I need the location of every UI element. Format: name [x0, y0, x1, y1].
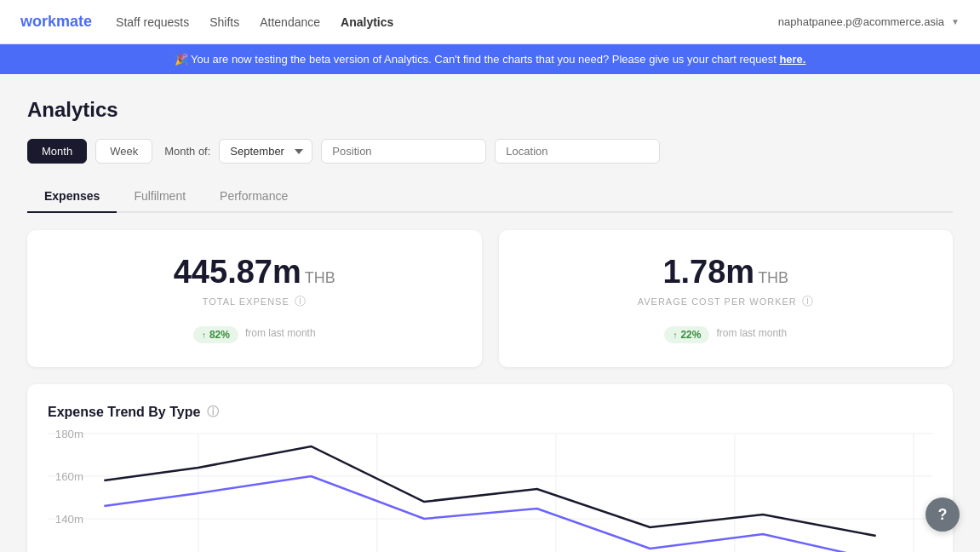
total-expense-value: 445.87mTHB [54, 254, 455, 290]
logo-text: workmate [20, 13, 92, 30]
avg-cost-label: AVERAGE COST PER WORKER ⓘ [526, 294, 926, 309]
y-label-160m: 160m [55, 472, 83, 483]
chart-title: Expense Trend By Type ⓘ [48, 405, 932, 420]
filter-bar: Month Week Month of: September [27, 139, 953, 164]
page-title: Analytics [27, 98, 953, 122]
chart-info-icon[interactable]: ⓘ [207, 405, 219, 420]
chart-line-black [104, 446, 875, 536]
nav-link-attendance[interactable]: Attendance [260, 12, 320, 32]
help-button[interactable]: ? [926, 497, 960, 532]
logo: workmate [20, 13, 92, 31]
chart-area: 180m 160m 140m 120m [48, 434, 932, 552]
y-label-140m: 140m [55, 515, 83, 526]
total-expense-info-icon[interactable]: ⓘ [295, 294, 307, 309]
tab-expenses[interactable]: Expenses [27, 181, 117, 213]
tab-performance[interactable]: Performance [203, 181, 305, 213]
total-expense-label: TOTAL EXPENSE ⓘ [54, 294, 455, 309]
avg-cost-value: 1.78mTHB [526, 254, 926, 290]
expense-trend-chart-card: Expense Trend By Type ⓘ 1 [27, 384, 953, 552]
period-month-button[interactable]: Month [27, 139, 87, 164]
period-week-button[interactable]: Week [95, 139, 152, 164]
avg-cost-from: from last month [716, 327, 787, 339]
location-filter[interactable] [495, 139, 660, 164]
total-expense-change: ↑ 82% [193, 326, 238, 343]
up-arrow-icon: ↑ [202, 331, 206, 340]
tab-fulfilment[interactable]: Fulfilment [117, 181, 203, 213]
expense-trend-svg: 180m 160m 140m 120m [48, 434, 932, 552]
nav-user-email: naphatpanee.p@acommerce.asia [778, 15, 944, 28]
analytics-tabs: Expenses Fulfilment Performance [27, 181, 953, 213]
stat-card-avg-cost: 1.78mTHB AVERAGE COST PER WORKER ⓘ ↑ 22%… [499, 230, 954, 367]
up-arrow-icon-2: ↑ [673, 331, 677, 340]
nav-links: Staff requests Shifts Attendance Analyti… [116, 12, 393, 32]
banner-text: You are now testing the beta version of … [191, 53, 777, 66]
stat-card-total-expense: 445.87mTHB TOTAL EXPENSE ⓘ ↑ 82% from la… [27, 230, 482, 367]
avg-cost-info-icon[interactable]: ⓘ [802, 294, 814, 309]
position-filter[interactable] [321, 139, 486, 164]
beta-banner: 🎉 You are now testing the beta version o… [0, 44, 980, 74]
month-of-label: Month of: [164, 145, 210, 158]
banner-link[interactable]: here. [779, 53, 805, 66]
stat-cards: 445.87mTHB TOTAL EXPENSE ⓘ ↑ 82% from la… [27, 230, 953, 367]
avg-cost-change: ↑ 22% [664, 326, 709, 343]
main-content: Analytics Month Week Month of: September… [0, 74, 980, 552]
month-select[interactable]: September [219, 139, 312, 164]
nav-left: workmate Staff requests Shifts Attendanc… [20, 12, 393, 32]
chevron-down-icon: ▼ [951, 17, 960, 26]
total-expense-from: from last month [245, 327, 316, 339]
nav-user-menu[interactable]: naphatpanee.p@acommerce.asia ▼ [778, 15, 960, 28]
nav-link-analytics[interactable]: Analytics [341, 12, 393, 32]
nav-link-staff-requests[interactable]: Staff requests [116, 12, 189, 32]
nav-link-shifts[interactable]: Shifts [209, 12, 239, 32]
banner-emoji: 🎉 [175, 53, 188, 66]
navbar: workmate Staff requests Shifts Attendanc… [0, 0, 980, 44]
y-label-180m: 180m [55, 429, 83, 440]
